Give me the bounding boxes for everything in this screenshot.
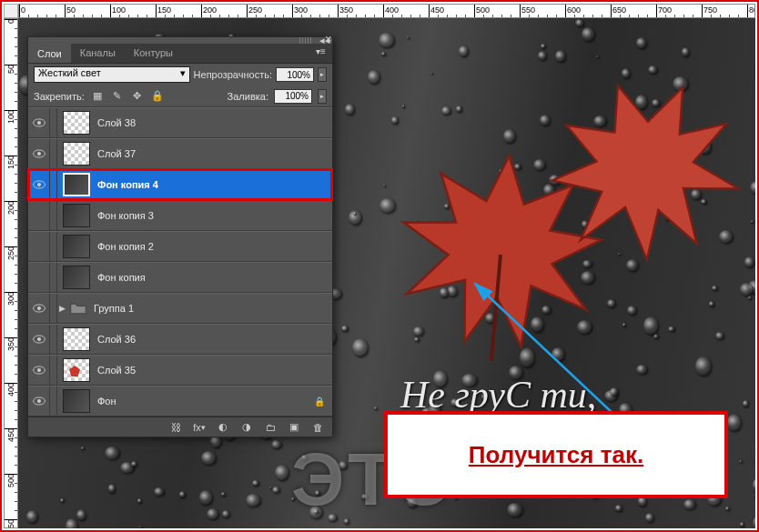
layer-name[interactable]: Фон копия 2 bbox=[96, 241, 332, 252]
lock-pixels-icon[interactable]: ✎ bbox=[110, 89, 125, 104]
layer-thumbnail[interactable] bbox=[63, 111, 90, 135]
layer-name[interactable]: Слой 35 bbox=[96, 365, 332, 376]
opacity-flyout-icon[interactable]: ▸ bbox=[318, 67, 327, 82]
panel-grip[interactable]: ◂◂ × bbox=[28, 37, 332, 44]
ruler-h-label: 450 bbox=[430, 5, 444, 15]
link-column bbox=[50, 170, 57, 199]
visibility-toggle[interactable] bbox=[28, 386, 50, 416]
close-icon[interactable]: × bbox=[325, 35, 334, 45]
ruler-v-label: 0 bbox=[6, 19, 15, 24]
layer-thumbnail[interactable] bbox=[63, 235, 90, 258]
lock-icon: 🔒 bbox=[312, 396, 327, 407]
visibility-toggle[interactable] bbox=[28, 201, 50, 230]
opacity-input[interactable] bbox=[276, 67, 314, 82]
layer-row[interactable]: Фон🔒 bbox=[28, 386, 332, 417]
layer-name[interactable]: Фон копия 3 bbox=[96, 210, 332, 221]
delete-layer-icon[interactable]: 🗑 bbox=[310, 420, 325, 435]
fill-input[interactable] bbox=[274, 89, 312, 104]
layer-name[interactable]: Фон копия bbox=[96, 272, 332, 283]
svg-point-4 bbox=[36, 152, 40, 156]
layers-list: Слой 38Слой 37Фон копия 4Фон копия 3Фон … bbox=[28, 107, 332, 417]
ruler-h-label: 300 bbox=[294, 5, 308, 15]
link-column bbox=[50, 108, 57, 137]
folder-icon bbox=[70, 302, 86, 315]
layer-name[interactable]: Группа 1 bbox=[92, 303, 332, 314]
annotation-text: Получится так. bbox=[469, 441, 643, 469]
link-column bbox=[50, 386, 57, 416]
ruler-v-label: 50 bbox=[6, 65, 15, 74]
fill-flyout-icon[interactable]: ▸ bbox=[318, 89, 327, 104]
visibility-toggle[interactable] bbox=[28, 170, 50, 199]
link-column bbox=[50, 201, 57, 230]
layer-name[interactable]: Фон копия 4 bbox=[96, 179, 332, 190]
layer-row[interactable]: Слой 38 bbox=[28, 107, 332, 138]
layer-row[interactable]: Фон копия bbox=[28, 262, 332, 293]
visibility-toggle[interactable] bbox=[28, 294, 50, 323]
layer-thumbnail[interactable] bbox=[63, 327, 90, 351]
svg-point-12 bbox=[36, 368, 40, 372]
layer-name[interactable]: Слой 36 bbox=[96, 334, 332, 345]
ruler-h-label: 650 bbox=[612, 5, 626, 15]
layer-thumbnail[interactable] bbox=[63, 142, 90, 166]
ruler-origin[interactable] bbox=[4, 4, 18, 18]
layer-group-icon[interactable]: 🗀 bbox=[263, 420, 278, 435]
visibility-toggle[interactable] bbox=[28, 139, 50, 168]
annotation-callout: Получится так. bbox=[384, 411, 728, 498]
layer-name[interactable]: Слой 37 bbox=[96, 148, 332, 159]
ruler-h-label: 0 bbox=[21, 5, 25, 15]
visibility-toggle[interactable] bbox=[28, 108, 50, 137]
layer-mask-icon[interactable]: ◐ bbox=[216, 420, 230, 435]
layer-row[interactable]: Слой 37 bbox=[28, 138, 332, 169]
blend-opacity-row: Жесткий свет ▾ Непрозрачность: ▸ bbox=[28, 64, 332, 85]
ruler-h-label: 150 bbox=[157, 5, 171, 15]
layer-thumbnail[interactable] bbox=[63, 358, 90, 382]
panel-menu-icon[interactable]: ▾≡ bbox=[316, 46, 329, 57]
ruler-v-label: 500 bbox=[6, 474, 15, 487]
tab-paths[interactable]: Контуры bbox=[125, 44, 182, 63]
tab-channels[interactable]: Каналы bbox=[71, 44, 125, 63]
visibility-toggle[interactable] bbox=[28, 232, 50, 261]
new-layer-icon[interactable]: ▣ bbox=[287, 420, 301, 435]
ruler-h-label: 250 bbox=[248, 5, 262, 15]
ruler-h-label: 350 bbox=[339, 5, 353, 15]
layer-thumbnail[interactable] bbox=[63, 389, 90, 413]
layer-style-icon[interactable]: fx▾ bbox=[192, 420, 207, 435]
visibility-toggle[interactable] bbox=[28, 325, 50, 354]
lock-position-icon[interactable]: ✥ bbox=[130, 89, 145, 104]
layer-row[interactable]: Слой 36 bbox=[28, 324, 332, 355]
layer-thumbnail[interactable] bbox=[63, 173, 90, 196]
layer-thumbnail[interactable] bbox=[63, 266, 90, 289]
layer-row[interactable]: ▶Группа 1 bbox=[28, 293, 332, 324]
svg-point-2 bbox=[36, 121, 40, 125]
ruler-v-label: 200 bbox=[6, 201, 15, 215]
ruler-v-label: 250 bbox=[6, 246, 15, 260]
layer-row[interactable]: Фон копия 2 bbox=[28, 231, 332, 262]
ruler-v-label: 100 bbox=[6, 110, 15, 124]
vertical-ruler[interactable]: 050100150200250300350400450500550 bbox=[4, 18, 18, 528]
blend-mode-select[interactable]: Жесткий свет ▾ bbox=[34, 66, 190, 83]
layer-row[interactable]: Фон копия 3 bbox=[28, 200, 332, 231]
adjustment-layer-icon[interactable]: ◑ bbox=[239, 420, 254, 435]
lock-transparency-icon[interactable]: ▦ bbox=[90, 89, 105, 104]
layer-row[interactable]: Слой 35 bbox=[28, 355, 332, 386]
visibility-toggle[interactable] bbox=[28, 263, 50, 292]
screenshot-frame: 0501001502002503003504004505005506006507… bbox=[0, 0, 759, 532]
group-twirl-icon[interactable]: ▶ bbox=[57, 294, 66, 323]
panel-tabbar: Слои Каналы Контуры ▾≡ bbox=[28, 44, 332, 64]
ruler-v-label: 550 bbox=[6, 519, 15, 528]
layer-row[interactable]: Фон копия 4 bbox=[28, 169, 332, 200]
layer-thumbnail[interactable] bbox=[63, 204, 90, 227]
tab-layers[interactable]: Слои bbox=[28, 43, 71, 63]
layers-panel[interactable]: ◂◂ × Слои Каналы Контуры ▾≡ Жесткий свет… bbox=[27, 36, 333, 437]
link-column bbox=[50, 294, 57, 323]
fill-label: Заливка: bbox=[228, 91, 268, 102]
lock-all-icon[interactable]: 🔒 bbox=[150, 89, 165, 104]
ruler-h-label: 400 bbox=[385, 5, 399, 15]
horizontal-ruler[interactable]: 0501001502002503003504004505005506006507… bbox=[18, 4, 755, 18]
layer-name[interactable]: Фон bbox=[96, 396, 312, 407]
ruler-v-label: 300 bbox=[6, 292, 15, 306]
layer-name[interactable]: Слой 38 bbox=[96, 117, 332, 128]
ruler-h-label: 550 bbox=[521, 5, 535, 15]
link-layers-icon[interactable]: ⛓ bbox=[168, 420, 183, 435]
visibility-toggle[interactable] bbox=[28, 356, 50, 385]
